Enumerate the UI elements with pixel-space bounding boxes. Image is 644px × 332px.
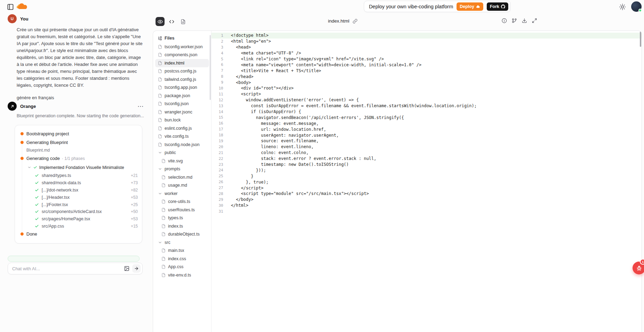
- code-icon: [169, 19, 174, 24]
- timeline-task[interactable]: Implemented Fondation Visuelle Minimalis…: [15, 163, 142, 172]
- tree-item-label: package.json: [165, 93, 190, 98]
- timeline-file[interactable]: src/pages/HomePage.tsx+53: [15, 215, 142, 223]
- file-item-tsconfig.worker.json[interactable]: tsconfig.worker.json: [155, 43, 209, 51]
- file-item-postcss.config.js[interactable]: postcss.config.js: [155, 67, 209, 76]
- cloudflare-logo-icon: [16, 2, 28, 11]
- generation-timeline-card: Bootstrapping projectGenerating Blueprin…: [15, 125, 142, 244]
- expand-icon[interactable]: [532, 18, 537, 23]
- code-line: 3 <head>: [211, 44, 642, 50]
- download-icon[interactable]: [522, 18, 527, 23]
- suggestion-peek-card: [8, 256, 140, 262]
- tree-item-label: eslint.config.js: [165, 126, 192, 131]
- check-icon: [35, 181, 39, 185]
- file-item-index.html[interactable]: index.html: [155, 59, 209, 67]
- file-item-types.ts[interactable]: types.ts: [155, 214, 209, 222]
- preview-toggle-button[interactable]: [156, 17, 165, 26]
- timeline-file[interactable]: [...]/Footer.tsx+25: [15, 201, 142, 208]
- code-view-button[interactable]: [167, 17, 176, 26]
- timeline-file[interactable]: src/components/ArticleCard.tsx+50: [15, 208, 142, 215]
- send-message-button[interactable]: [132, 264, 141, 273]
- code-line: 25 }: [211, 173, 642, 179]
- assistant-name: Orange: [20, 104, 36, 109]
- eye-icon: [158, 19, 163, 24]
- file-icon: [161, 257, 166, 261]
- copy-link-icon[interactable]: [352, 19, 357, 24]
- file-icon: [161, 216, 166, 220]
- file-item-components.json[interactable]: components.json: [155, 51, 209, 59]
- message-menu-icon[interactable]: ⋯: [137, 103, 144, 110]
- tree-item-label: tsconfig.worker.json: [165, 44, 203, 49]
- file-item-eslint.config.js[interactable]: eslint.config.js: [155, 124, 209, 133]
- code-line: 11 <script>: [211, 91, 642, 97]
- timeline-file[interactable]: shared/types.ts+21: [15, 172, 142, 179]
- deploy-button[interactable]: Deploy: [457, 2, 483, 11]
- file-item-bun.lock[interactable]: bun.lock: [155, 116, 209, 125]
- timeline-phase: Bootstrapping project: [15, 129, 142, 138]
- attach-image-icon[interactable]: [124, 266, 129, 271]
- sidebar-toggle-icon[interactable]: [7, 3, 15, 11]
- file-item-selection.md[interactable]: selection.md: [155, 173, 209, 181]
- file-item-tailwind.config.js[interactable]: tailwind.config.js: [155, 75, 209, 84]
- fork-button[interactable]: Fork: [487, 2, 508, 11]
- folder-item-src[interactable]: src: [155, 238, 209, 247]
- folder-item-public[interactable]: public: [155, 149, 209, 157]
- code-editor[interactable]: 1<!doctype html>2<html lang="en">3 <head…: [211, 31, 642, 332]
- code-line: 16 message: event.message,: [211, 120, 642, 126]
- file-item-wrangler.jsonc[interactable]: wrangler.jsonc: [155, 108, 209, 116]
- file-item-vite-env.d.ts[interactable]: vite-env.d.ts: [155, 271, 209, 279]
- orange-agent-avatar: [8, 102, 17, 111]
- code-line: 5 <link rel="icon" type="image/svg+xml" …: [211, 56, 642, 62]
- user-message-text: Crée un site qui présente chaque jour un…: [17, 26, 144, 89]
- timeline-artifact[interactable]: Blueprint.md: [15, 147, 142, 154]
- timeline-file[interactable]: shared/mock-data.ts+73: [15, 179, 142, 187]
- check-icon: [35, 195, 39, 199]
- file-icon: [161, 273, 166, 277]
- code-line: 20 lineno: event.lineno,: [211, 144, 642, 150]
- phase-dot: [20, 157, 24, 160]
- file-tree-scrollbar[interactable]: [210, 35, 211, 100]
- tree-item-label: src: [165, 240, 170, 245]
- file-item-tsconfig.app.json[interactable]: tsconfig.app.json: [155, 84, 209, 92]
- theme-toggle-sun-icon[interactable]: [619, 3, 627, 11]
- file-item-main.tsx[interactable]: main.tsx: [155, 247, 209, 255]
- blueprint-view-button[interactable]: [178, 17, 187, 26]
- file-item-package.json[interactable]: package.json: [155, 92, 209, 100]
- file-item-tsconfig.json[interactable]: tsconfig.json: [155, 100, 209, 108]
- chat-input[interactable]: [12, 266, 121, 271]
- timeline-file[interactable]: [...]/dot-network.tsx+82: [15, 187, 142, 194]
- document-icon: [181, 19, 186, 24]
- file-item-usage.md[interactable]: usage.md: [155, 181, 209, 190]
- chat-input-bar: [8, 263, 143, 274]
- folder-item-prompts[interactable]: prompts: [155, 165, 209, 173]
- chevron-down-icon: [158, 167, 162, 171]
- file-item-index.ts[interactable]: index.ts: [155, 222, 209, 230]
- timeline-file[interactable]: src/App.css+15: [15, 223, 142, 230]
- file-icon: [158, 77, 162, 82]
- tree-item-label: selection.md: [168, 175, 192, 180]
- user-account-avatar[interactable]: [631, 1, 642, 12]
- info-circle-icon[interactable]: [502, 18, 507, 23]
- file-item-App.css[interactable]: App.css: [155, 263, 209, 271]
- check-icon: [35, 173, 39, 178]
- timeline-file[interactable]: [...]/Header.tsx+53: [15, 194, 142, 201]
- editor-scrollbar[interactable]: [640, 32, 641, 47]
- file-item-core-utils.ts[interactable]: core-utils.ts: [155, 198, 209, 206]
- cloud-icon: [476, 5, 480, 9]
- online-status-dot: [638, 9, 642, 12]
- tree-item-label: tsconfig.json: [165, 101, 189, 106]
- code-line: 26 }, true);: [211, 179, 642, 185]
- promo-banner: Deploy your own vibe-coding platform Dep…: [364, 1, 511, 12]
- tree-item-label: main.tsx: [168, 248, 184, 253]
- code-line: 21 colno: event.colno,: [211, 150, 642, 156]
- file-item-vite.svg[interactable]: vite.svg: [155, 157, 209, 165]
- file-item-vite.config.ts[interactable]: vite.config.ts: [155, 133, 209, 141]
- file-item-durableObject.ts[interactable]: durableObject.ts: [155, 230, 209, 239]
- git-branch-icon[interactable]: [512, 18, 517, 23]
- code-line: 10 <div id="root"></div>: [211, 85, 642, 91]
- folder-item-worker[interactable]: worker: [155, 189, 209, 198]
- file-item-index.css[interactable]: index.css: [155, 255, 209, 263]
- file-item-tsconfig.node.json[interactable]: tsconfig.node.json: [155, 141, 209, 149]
- code-line: 6 <meta name="viewport" content="width=d…: [211, 62, 642, 68]
- file-item-userRoutes.ts[interactable]: userRoutes.ts: [155, 206, 209, 214]
- code-line: 7 <title>Vite + React + TS</title>: [211, 68, 642, 74]
